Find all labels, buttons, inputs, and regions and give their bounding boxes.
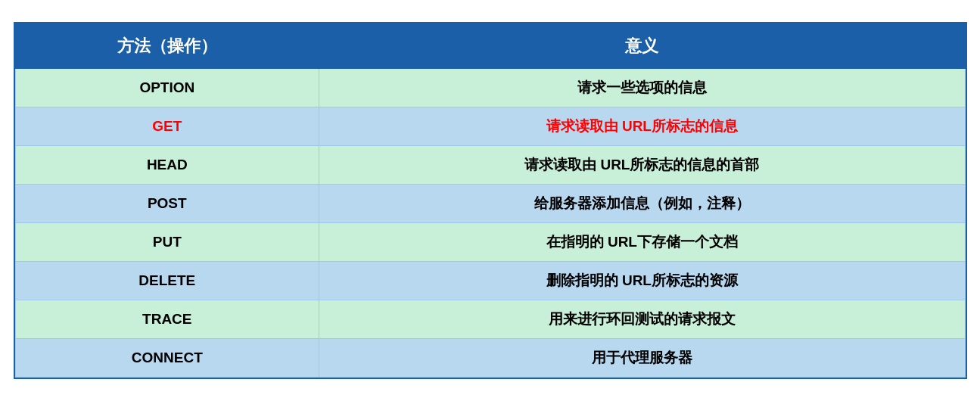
- meaning-cell-head: 请求读取由 URL所标志的信息的首部: [319, 146, 965, 185]
- method-cell-option: OPTION: [15, 69, 319, 107]
- method-cell-connect: CONNECT: [15, 339, 319, 378]
- table-header-row: 方法（操作） 意义: [15, 24, 965, 69]
- method-cell-get: GET: [15, 107, 319, 146]
- meaning-cell-connect: 用于代理服务器: [319, 339, 965, 378]
- table-row-delete: DELETE删除指明的 URL所标志的资源: [15, 262, 965, 300]
- meaning-cell-option: 请求一些选项的信息: [319, 69, 965, 107]
- col-method-header: 方法（操作）: [15, 24, 319, 69]
- table-row-head: HEAD请求读取由 URL所标志的信息的首部: [15, 146, 965, 185]
- table-row-put: PUT在指明的 URL下存储一个文档: [15, 223, 965, 262]
- table-row-get: GET请求读取由 URL所标志的信息: [15, 107, 965, 146]
- table-row-trace: TRACE用来进行环回测试的请求报文: [15, 300, 965, 339]
- method-cell-delete: DELETE: [15, 262, 319, 300]
- method-cell-trace: TRACE: [15, 300, 319, 339]
- meaning-cell-post: 给服务器添加信息（例如，注释）: [319, 185, 965, 223]
- table-row-option: OPTION请求一些选项的信息: [15, 69, 965, 107]
- method-cell-put: PUT: [15, 223, 319, 262]
- http-methods-table: 方法（操作） 意义 OPTION请求一些选项的信息GET请求读取由 URL所标志…: [14, 22, 967, 379]
- method-cell-post: POST: [15, 185, 319, 223]
- col-meaning-header: 意义: [319, 24, 965, 69]
- meaning-cell-put: 在指明的 URL下存储一个文档: [319, 223, 965, 262]
- meaning-cell-trace: 用来进行环回测试的请求报文: [319, 300, 965, 339]
- meaning-cell-get: 请求读取由 URL所标志的信息: [319, 107, 965, 146]
- method-cell-head: HEAD: [15, 146, 319, 185]
- meaning-cell-delete: 删除指明的 URL所标志的资源: [319, 262, 965, 300]
- table-row-post: POST给服务器添加信息（例如，注释）: [15, 185, 965, 223]
- table-row-connect: CONNECT用于代理服务器: [15, 339, 965, 378]
